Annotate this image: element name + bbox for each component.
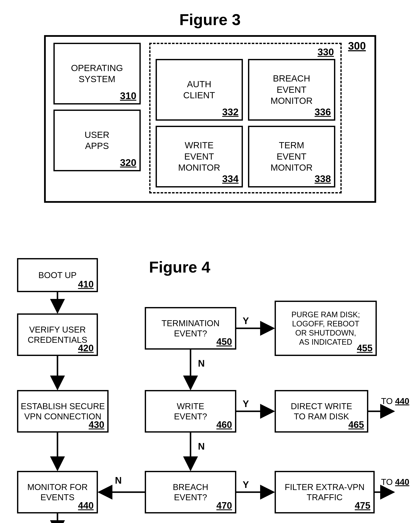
ref-number: 430: [89, 419, 104, 430]
box-label: PURGE RAM DISK; LOGOFF, REBOOT OR SHUTDO…: [291, 310, 360, 347]
ref-number: 460: [216, 419, 232, 430]
ref-number: 334: [222, 173, 239, 185]
box-label: BREACH EVENT MONITOR: [271, 73, 313, 106]
box-filter-traffic: FILTER EXTRA-VPN TRAFFIC 475: [275, 471, 375, 514]
box-direct-write: DIRECT WRITE TO RAM DISK 465: [275, 390, 368, 433]
box-label: WRITE EVENT?: [174, 401, 207, 422]
box-write-monitor: WRITE EVENT MONITOR 334: [156, 126, 243, 188]
label-n: N: [198, 358, 205, 369]
box-label: ESTABLISH SECURE VPN CONNECTION: [21, 401, 105, 422]
box-label: AUTH CLIENT: [183, 79, 215, 101]
ref-number: 470: [216, 500, 232, 511]
ref-number: 336: [315, 106, 331, 118]
box-label: FILTER EXTRA-VPN TRAFFIC: [285, 482, 365, 502]
box-label: BREACH EVENT?: [173, 482, 208, 502]
fig3-outer-ref: 300: [348, 40, 366, 52]
ref-number: 420: [78, 343, 94, 354]
ref-number: 440: [78, 500, 94, 511]
figure-4-title: Figure 4: [149, 258, 210, 276]
fig3-dashed-group: 330 AUTH CLIENT 332 BREACH EVENT MONITOR…: [149, 43, 342, 193]
label-to-440: TO 440: [381, 396, 409, 406]
box-label: VERIFY USER CREDENTIALS: [28, 325, 87, 345]
ref-number: 410: [78, 279, 94, 290]
box-label: TERM EVENT MONITOR: [271, 140, 313, 173]
ref-number: 310: [120, 90, 136, 102]
box-operating-system: OPERATING SYSTEM 310: [53, 43, 141, 105]
label-to-440: TO 440: [381, 477, 409, 487]
label-y: Y: [243, 316, 249, 326]
label-n: N: [198, 441, 205, 452]
box-establish-vpn: ESTABLISH SECURE VPN CONNECTION 430: [17, 390, 108, 433]
box-term-monitor: TERM EVENT MONITOR 338: [248, 126, 335, 188]
fig4-container: Figure 4 BOOT UP 410 VERIFY USER CREDENT…: [13, 258, 413, 523]
box-monitor-events: MONITOR FOR EVENTS 440: [17, 471, 98, 514]
box-label: MONITOR FOR EVENTS: [27, 482, 88, 502]
ref-number: 455: [357, 343, 372, 354]
ref-number: 465: [348, 419, 364, 430]
label-n: N: [115, 475, 122, 486]
fig3-container: 300 OPERATING SYSTEM 310 USER APPS 320 3…: [44, 35, 376, 203]
ref-number: 320: [120, 157, 136, 169]
box-boot-up: BOOT UP 410: [17, 258, 98, 292]
label-y: Y: [243, 399, 249, 409]
box-auth-client: AUTH CLIENT 332: [156, 59, 243, 121]
box-write-event: WRITE EVENT? 460: [145, 390, 236, 433]
box-breach-event: BREACH EVENT? 470: [145, 471, 236, 514]
box-label: DIRECT WRITE TO RAM DISK: [291, 401, 352, 422]
box-breach-monitor: BREACH EVENT MONITOR 336: [248, 59, 335, 121]
box-termination-event: TERMINATION EVENT? 450: [145, 307, 236, 350]
box-label: USER APPS: [84, 129, 109, 152]
ref-number: 450: [216, 336, 232, 347]
box-label: WRITE EVENT MONITOR: [178, 140, 220, 173]
box-user-apps: USER APPS 320: [53, 110, 141, 171]
fig3-dashed-ref: 330: [318, 46, 334, 58]
box-label: OPERATING SYSTEM: [71, 63, 123, 85]
ref-number: 332: [222, 106, 239, 118]
box-purge-ramdisk: PURGE RAM DISK; LOGOFF, REBOOT OR SHUTDO…: [275, 301, 377, 356]
figure-3-title: Figure 3: [13, 11, 407, 29]
ref-number: 338: [315, 173, 331, 185]
ref-number: 475: [355, 500, 371, 511]
box-verify-credentials: VERIFY USER CREDENTIALS 420: [17, 313, 98, 356]
box-label: TERMINATION EVENT?: [162, 318, 220, 339]
label-y: Y: [243, 479, 249, 490]
box-label: BOOT UP: [38, 270, 76, 280]
